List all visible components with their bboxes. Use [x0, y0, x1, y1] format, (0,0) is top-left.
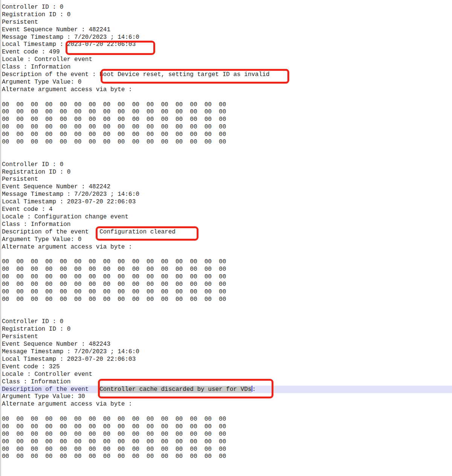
hex-dump-row: 00 00 00 00 00 00 00 00 00 00 00 00 00 0…: [0, 296, 452, 304]
controller-id-line: Controller ID : 0: [0, 4, 452, 11]
local-timestamp-line: Local Timestamp : 2023-07-20 22:06:03: [0, 356, 452, 363]
registration-id-line: Registration ID : 0: [0, 169, 452, 176]
event-sequence-line: Event Sequence Number : 482241: [0, 26, 452, 34]
hex-dump-row: 00 00 00 00 00 00 00 00 00 00 00 00 00 0…: [0, 431, 452, 438]
hex-dump-row: 00 00 00 00 00 00 00 00 00 00 00 00 00 0…: [0, 446, 452, 453]
persistent-line: Persistent: [0, 176, 452, 183]
description-label: Description of the event: [2, 386, 99, 393]
description-label: Description of the event: [2, 229, 99, 235]
persistent-line: Persistent: [0, 333, 452, 341]
message-timestamp-line: Message Timestamp : 7/20/2023 ; 14:6:0: [0, 34, 452, 41]
alternate-access-line: Alternate argument access via byte :: [0, 244, 452, 251]
message-timestamp-line: Message Timestamp : 7/20/2023 ; 14:6:0: [0, 348, 452, 356]
hex-dump-row: 00 00 00 00 00 00 00 00 00 00 00 00 00 0…: [0, 453, 452, 461]
hex-dump-row: 00 00 00 00 00 00 00 00 00 00 00 00 00 0…: [0, 116, 452, 124]
hex-dump-row: 00 00 00 00 00 00 00 00 00 00 00 00 00 0…: [0, 288, 452, 296]
log-line: [0, 154, 452, 161]
description-line: Description of the event : Boot Device r…: [0, 71, 452, 79]
event-code-line: Event code : 325: [0, 363, 452, 371]
registration-id-line: Registration ID : 0: [0, 11, 452, 19]
hex-dump-row: 00 00 00 00 00 00 00 00 00 00 00 00 00 0…: [0, 131, 452, 139]
event-sequence-line: Event Sequence Number : 482242: [0, 183, 452, 191]
hex-dump-row: 00 00 00 00 00 00 00 00 00 00 00 00 00 0…: [0, 423, 452, 431]
class-line: Class : Information: [0, 378, 452, 386]
log-line: [0, 94, 452, 101]
event-code-line: Event code : 499: [0, 49, 452, 56]
locale-line: Locale : Configuration change event: [0, 214, 452, 221]
description-suffix: :: [252, 386, 256, 393]
event-sequence-line: Event Sequence Number : 482243: [0, 341, 452, 348]
log-line: [0, 311, 452, 319]
log-line: [0, 304, 452, 311]
description-text: Boot Device reset, setting target ID as …: [99, 71, 269, 78]
alternate-access-line: Alternate argument access via byte :: [0, 86, 452, 94]
hex-dump-row: 00 00 00 00 00 00 00 00 00 00 00 00 00 0…: [0, 266, 452, 273]
hex-dump-row: 00 00 00 00 00 00 00 00 00 00 00 00 00 0…: [0, 273, 452, 281]
hex-dump-row: 00 00 00 00 00 00 00 00 00 00 00 00 00 0…: [0, 108, 452, 116]
locale-line: Locale : Controller event: [0, 56, 452, 64]
event-log-viewer: Controller ID : 0Registration ID : 0Pers…: [0, 0, 452, 476]
controller-id-line: Controller ID : 0: [0, 161, 452, 169]
class-line: Class : Information: [0, 64, 452, 71]
alternate-access-line: Alternate argument access via byte :: [0, 401, 452, 408]
message-timestamp-line: Message Timestamp : 7/20/2023 ; 14:6:0: [0, 191, 452, 198]
hex-dump-row: 00 00 00 00 00 00 00 00 00 00 00 00 00 0…: [0, 416, 452, 423]
class-line: Class : Information: [0, 221, 452, 229]
hex-dump-row: 00 00 00 00 00 00 00 00 00 00 00 00 00 0…: [0, 101, 452, 109]
hex-dump-row: 00 00 00 00 00 00 00 00 00 00 00 00 00 0…: [0, 281, 452, 288]
hex-dump-row: 00 00 00 00 00 00 00 00 00 00 00 00 00 0…: [0, 124, 452, 131]
argument-type-line: Argument Type Value: 0: [0, 236, 452, 244]
description-text: Configuration cleared: [99, 229, 176, 235]
log-line: [0, 468, 452, 476]
argument-type-line: Argument Type Value: 0: [0, 79, 452, 86]
description-label: Description of the event :: [2, 71, 99, 78]
controller-id-line: Controller ID : 0: [0, 318, 452, 326]
description-line-highlighted: Description of the event Controller cach…: [0, 386, 452, 393]
hex-dump-row: 00 00 00 00 00 00 00 00 00 00 00 00 00 0…: [0, 438, 452, 446]
persistent-line: Persistent: [0, 19, 452, 26]
argument-type-line: Argument Type Value: 30: [0, 393, 452, 401]
registration-id-line: Registration ID : 0: [0, 326, 452, 333]
description-selected-text: Controller cache discarded by user for V…: [99, 386, 251, 393]
log-line: [0, 146, 452, 154]
log-line: [0, 408, 452, 416]
locale-line: Locale : Controller event: [0, 371, 452, 378]
hex-dump-row: 00 00 00 00 00 00 00 00 00 00 00 00 00 0…: [0, 258, 452, 266]
event-code-line: Event code : 4: [0, 206, 452, 214]
local-timestamp-line: Local Timestamp : 2023-07-20 22:06:03: [0, 198, 452, 206]
log-line: [0, 251, 452, 258]
description-line: Description of the event Configuration c…: [0, 229, 452, 236]
hex-dump-row: 00 00 00 00 00 00 00 00 00 00 00 00 00 0…: [0, 139, 452, 146]
local-timestamp-line: Local Timestamp : 2023-07-20 22:06:03: [0, 41, 452, 49]
log-line: [0, 461, 452, 468]
event-log-text: Controller ID : 0Registration ID : 0Pers…: [0, 4, 452, 476]
